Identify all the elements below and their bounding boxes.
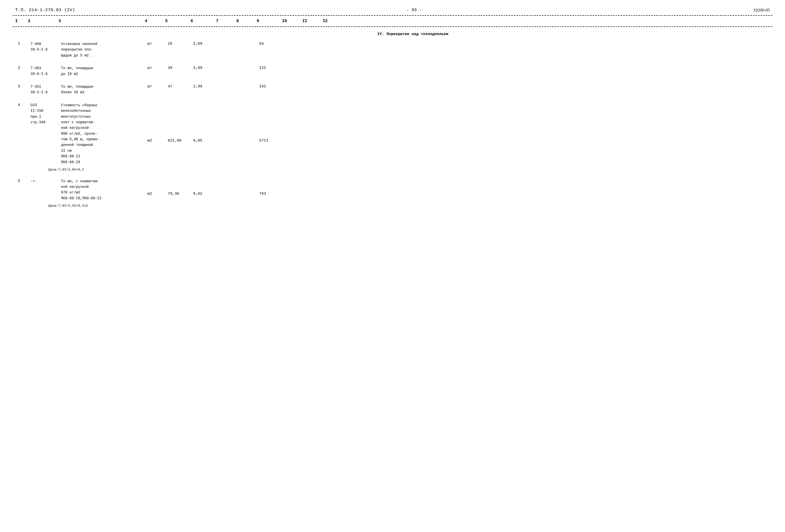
row-1-unit: шт [147, 41, 168, 47]
row-5-col9: 763 [259, 178, 285, 197]
header-center: - 93 - [406, 8, 422, 12]
row-5-col6: 9,62 [193, 178, 219, 197]
row-4-col6: 9,05 [193, 102, 219, 144]
row-3-code: 7-45I 39-2-I.8 [30, 84, 61, 95]
row-4-code: ССП II-I58 при.I стр.346 [30, 102, 61, 125]
row-4-col9: 57II [259, 102, 285, 144]
row-5-subtext: Цена:7,8I+I,4I+0,2х2 [15, 203, 770, 208]
row-1-col6: 2,09 [193, 41, 219, 47]
row-1-num: I [18, 41, 30, 47]
table-row: I 7-460 39-5-I.8 Установка панелей перек… [15, 40, 770, 59]
row-4-unit: м2 [147, 102, 168, 144]
row-2-col6: 3,09 [193, 65, 219, 71]
row-3-desc: То же, площадью более I0 м2 [61, 84, 147, 95]
main-table: I 2 3 4 5 6 7 8 9 I0 II I2 IY. Перекрыти… [13, 15, 772, 208]
row-2-col9: I2I [259, 65, 285, 71]
column-headers: I 2 3 4 5 6 7 8 9 I0 II I2 [13, 17, 772, 25]
top-dashed-line [13, 15, 772, 16]
header-title: Т.П. 214-1-270.83 (IV) [15, 8, 75, 12]
row-4-num: 4 [18, 102, 30, 108]
row-4-col5: 63I,06 [168, 102, 193, 144]
col-header-2: 2 [28, 19, 58, 23]
row-5-unit: м2 [147, 178, 168, 197]
content-area: IY. Перекрытие над техподпольем I 7-460 … [13, 32, 772, 208]
row-1-code: 7-460 39-5-I.8 [30, 41, 61, 53]
page-header: Т.П. 214-1-270.83 (IV) - 93 - 19200-05 [13, 8, 772, 13]
row-3-num: 3 [18, 84, 30, 90]
col-header-9: 9 [257, 19, 282, 23]
row-3-unit: шт [147, 84, 168, 90]
row-2-code: 7-463 39-6-I.8 [30, 65, 61, 77]
row-3-col6: 2,99 [193, 84, 219, 90]
row-3-col5: 47 [168, 84, 193, 90]
row-4-subtext: Цена:7,8I+I,04+0,2 [15, 167, 770, 172]
row-1-desc: Установка панелей перекрытия пло- щадью … [61, 41, 147, 58]
col-header-3: 3 [58, 19, 145, 23]
row-5-desc: То же, с норматив- ной нагрузкой 970 кг/… [61, 178, 147, 201]
row-1-col5: 26 [168, 41, 193, 47]
table-row: 5 -•- То же, с норматив- ной нагрузкой 9… [15, 177, 770, 202]
col-header-4: 4 [145, 19, 165, 23]
row-3-col9: I4I [259, 84, 285, 90]
header-right: 19200-05 [753, 8, 770, 13]
section-title: IY. Перекрытие над техподпольем [15, 32, 770, 36]
col-header-5: 5 [165, 19, 191, 23]
col-header-10: I0 [282, 19, 302, 23]
row-2-num: 2 [18, 65, 30, 71]
table-row: 4 ССП II-I58 при.I стр.346 Стоимость сбо… [15, 101, 770, 166]
table-row: 2 7-463 39-6-I.8 То же, площадью до I0 м… [15, 64, 770, 78]
col-header-6: 6 [191, 19, 216, 23]
col-header-12: I2 [323, 19, 343, 23]
col-header-7: 7 [216, 19, 236, 23]
row-2-col5: 39 [168, 65, 193, 71]
col-header-8: 8 [236, 19, 257, 23]
row-5-col5: 79,36 [168, 178, 193, 197]
col-header-11: II [302, 19, 323, 23]
row-5-num: 5 [18, 178, 30, 184]
table-row: 3 7-45I 39-2-I.8 То же, площадью более I… [15, 83, 770, 96]
header-dashed-line [13, 26, 772, 27]
row-5-code: -•- [30, 178, 61, 184]
row-2-unit: шт [147, 65, 168, 71]
row-4-desc: Стоимость сборных железобетонных многопу… [61, 102, 147, 165]
row-2-desc: То же, площадью до I0 м2 [61, 65, 147, 77]
row-1-col9: 54 [259, 41, 285, 47]
col-header-1: I [15, 19, 28, 23]
